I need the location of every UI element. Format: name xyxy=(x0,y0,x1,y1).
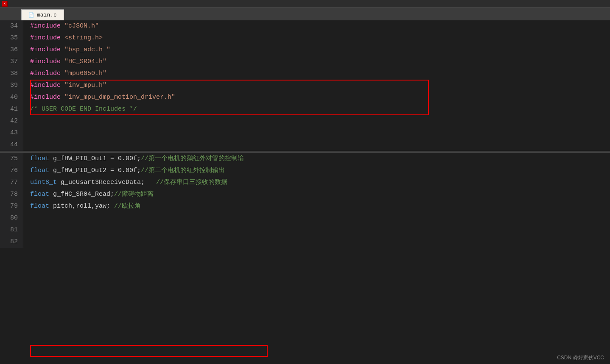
code-token: #include xyxy=(30,44,64,56)
line-number: 43 xyxy=(3,127,18,139)
highlight-box-euler xyxy=(30,345,268,357)
code-token: "cJSON.h" xyxy=(64,20,99,32)
editor-area: 3435363738394041424344 #include "cJSON.h… xyxy=(0,20,610,364)
code-token: #include xyxy=(30,32,64,44)
line-number: 79 xyxy=(3,200,18,212)
code-line: #include "cJSON.h" xyxy=(30,20,610,32)
code-token: "inv_mpu.h" xyxy=(64,80,106,92)
code-token: #include xyxy=(30,20,64,32)
code-lines-block1: #include "cJSON.h"#include <string.h>#in… xyxy=(23,20,610,151)
line-number: 75 xyxy=(3,153,18,165)
code-token: uint8_t xyxy=(30,177,61,189)
tab-bar: 📄 main.c xyxy=(0,8,610,20)
code-token: float xyxy=(30,153,53,165)
code-line: #include "mpu6050.h" xyxy=(30,68,610,80)
code-token: "mpu6050.h" xyxy=(64,68,106,80)
code-token: "bsp_adc.h " xyxy=(64,44,110,56)
code-line: /* USER CODE END Includes */ xyxy=(30,103,610,115)
close-icon: ✕ xyxy=(3,1,6,6)
file-icon: 📄 xyxy=(28,12,34,18)
close-button[interactable]: ✕ xyxy=(2,1,8,7)
code-token: g_ucUsart3ReceiveData; xyxy=(61,177,156,189)
code-line: #include "bsp_adc.h " xyxy=(30,44,610,56)
main-tab[interactable]: 📄 main.c xyxy=(21,9,64,20)
top-bar: ✕ xyxy=(0,0,610,8)
tab-label: main.c xyxy=(37,12,57,18)
line-number: 42 xyxy=(3,115,18,127)
code-token: //欧拉角 xyxy=(114,200,141,212)
code-token: #include xyxy=(30,92,64,103)
code-token: g_fHC_SR04_Read; xyxy=(53,189,114,200)
line-number: 36 xyxy=(3,44,18,56)
code-token: #include xyxy=(30,56,64,68)
code-lines-block2: float g_fHW_PID_Out1 = 0.00f;//第一个电机的鹅红外… xyxy=(23,153,610,248)
code-token: "inv_mpu_dmp_motion_driver.h" xyxy=(64,92,175,103)
code-token: //第二个电机的红外控制输出 xyxy=(141,165,225,177)
code-line: #include "inv_mpu.h" xyxy=(30,80,610,92)
code-line: #include "inv_mpu_dmp_motion_driver.h" xyxy=(30,92,610,103)
code-block-1: 3435363738394041424344 #include "cJSON.h… xyxy=(0,20,610,151)
code-line: float g_fHW_PID_Out2 = 0.00f;//第二个电机的红外控… xyxy=(30,165,610,177)
line-number: 35 xyxy=(3,32,18,44)
code-line: float g_fHW_PID_Out1 = 0.00f;//第一个电机的鹅红外… xyxy=(30,153,610,165)
line-number: 39 xyxy=(3,80,18,92)
code-line: float pitch,roll,yaw; //欧拉角 xyxy=(30,200,610,212)
code-token: //保存串口三接收的数据 xyxy=(156,177,227,189)
code-token: float xyxy=(30,200,53,212)
line-number: 40 xyxy=(3,92,18,103)
code-block-2: 7576777879808182 float g_fHW_PID_Out1 = … xyxy=(0,153,610,248)
line-numbers-block1: 3435363738394041424344 xyxy=(0,20,23,151)
code-token: float xyxy=(30,189,53,200)
code-token: g_fHW_PID_Out1 = 0.00f; xyxy=(53,153,141,165)
line-number: 80 xyxy=(3,212,18,224)
code-line: #include "HC_SR04.h" xyxy=(30,56,610,68)
code-line: uint8_t g_ucUsart3ReceiveData; //保存串口三接收… xyxy=(30,177,610,189)
watermark: CSDN @好家伙VCC xyxy=(557,354,604,361)
line-number: 81 xyxy=(3,224,18,236)
code-token: /* USER CODE END Includes */ xyxy=(30,103,137,115)
code-token: float xyxy=(30,165,53,177)
line-numbers-block2: 7576777879808182 xyxy=(0,153,23,248)
line-number: 34 xyxy=(3,20,18,32)
line-number: 77 xyxy=(3,177,18,189)
line-number: 76 xyxy=(3,165,18,177)
line-number: 41 xyxy=(3,103,18,115)
code-token: g_fHW_PID_Out2 = 0.00f; xyxy=(53,165,141,177)
code-token: <string.h> xyxy=(64,32,103,44)
line-number: 82 xyxy=(3,236,18,248)
code-token: pitch,roll,yaw; xyxy=(53,200,114,212)
code-token: //障碍物距离 xyxy=(114,189,154,200)
code-token: #include xyxy=(30,68,64,80)
line-number: 44 xyxy=(3,139,18,151)
code-token: #include xyxy=(30,80,64,92)
line-number: 37 xyxy=(3,56,18,68)
line-number: 38 xyxy=(3,68,18,80)
code-token: "HC_SR04.h" xyxy=(64,56,106,68)
line-number: 78 xyxy=(3,189,18,200)
section-divider xyxy=(0,151,610,153)
code-line: float g_fHC_SR04_Read;//障碍物距离 xyxy=(30,189,610,200)
code-line: #include <string.h> xyxy=(30,32,610,44)
code-token: //第一个电机的鹅红外对管的控制输 xyxy=(141,153,244,165)
